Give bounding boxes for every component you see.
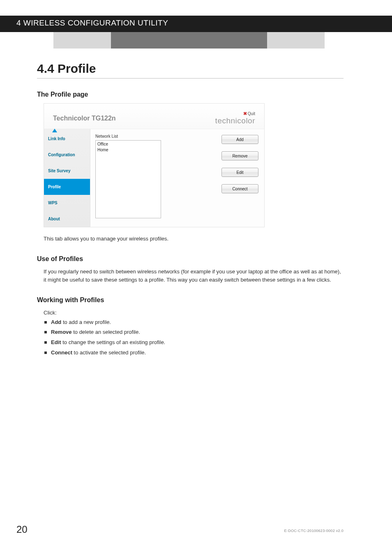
network-list-group: Network List Office Home <box>95 134 221 218</box>
sidebar-item-configuration[interactable]: Configuration <box>44 147 90 163</box>
sidebar-item-wps[interactable]: WPS <box>44 195 90 211</box>
brand-logo: technicolor <box>215 116 255 125</box>
working-intro: Click: <box>44 309 344 317</box>
profile-tab-description: This tab allows you to manage your wirel… <box>44 235 344 243</box>
quit-label: Quit <box>248 111 255 116</box>
chapter-title: 4 WIRELESS CONFIGURATION UTILITY <box>16 18 168 28</box>
document-reference: E-DOC-CTC-20100623-0002 v2.0 <box>284 529 344 533</box>
active-tab-indicator <box>52 129 57 132</box>
section-number: 4.4 <box>37 62 54 75</box>
working-bullets: Add to add a new profile. Remove to dele… <box>44 317 344 358</box>
bullet-bold: Connect <box>51 349 72 356</box>
quit-button[interactable]: ✖Quit <box>215 111 255 116</box>
list-item: Connect to activate the selected profile… <box>44 348 344 358</box>
chapter-header-bar: 4 WIRELESS CONFIGURATION UTILITY <box>0 16 392 32</box>
bullet-rest: to activate the selected profile. <box>72 349 146 356</box>
sidebar-item-link-info[interactable]: Link Info <box>44 131 90 147</box>
bullet-bold: Remove <box>51 329 72 335</box>
subheading-use-of-profiles: Use of Profiles <box>37 255 344 263</box>
list-item: Add to add a new profile. <box>44 317 344 328</box>
list-item: Remove to delete an selected profile. <box>44 327 344 338</box>
bullet-bold: Edit <box>51 339 61 345</box>
remove-button[interactable]: Remove <box>221 151 258 160</box>
sidebar-item-site-survey[interactable]: Site Survey <box>44 163 90 179</box>
connect-button[interactable]: Connect <box>221 184 258 193</box>
utility-brand-block: ✖Quit technicolor <box>215 111 255 125</box>
section-title-text: Profile <box>58 62 96 75</box>
utility-title: Technicolor TG122n <box>53 115 215 122</box>
use-of-profiles-text: If you regularly need to switch between … <box>44 268 344 284</box>
list-item[interactable]: Office <box>97 141 159 147</box>
sidebar-item-about[interactable]: About <box>44 211 90 227</box>
utility-main-panel: Network List Office Home Add Remove Edit… <box>90 129 264 227</box>
sidebar-item-profile[interactable]: Profile <box>44 179 90 195</box>
list-item[interactable]: Home <box>97 147 159 153</box>
bullet-rest: to add a new profile. <box>61 319 111 325</box>
utility-body: Link Info Configuration Site Survey Prof… <box>44 129 264 227</box>
strip-segment <box>111 32 267 49</box>
close-icon: ✖ <box>243 111 247 116</box>
edit-button[interactable]: Edit <box>221 168 258 177</box>
page-number: 20 <box>16 524 28 535</box>
network-list-label: Network List <box>95 134 221 139</box>
list-item: Edit to change the settings of an existi… <box>44 338 344 348</box>
profile-actions: Add Remove Edit Connect <box>221 134 261 193</box>
subheading-working-with-profiles: Working with Profiles <box>37 296 344 304</box>
strip-segment <box>53 32 111 49</box>
bullet-rest: to delete an selected profile. <box>72 329 140 335</box>
strip-segment <box>267 32 325 49</box>
utility-window: Technicolor TG122n ✖Quit technicolor Lin… <box>44 103 265 227</box>
bullet-rest: to change the settings of an existing pr… <box>61 339 166 345</box>
network-list[interactable]: Office Home <box>95 140 161 218</box>
decorative-strip <box>0 32 392 49</box>
utility-titlebar: Technicolor TG122n ✖Quit technicolor <box>44 104 264 129</box>
add-button[interactable]: Add <box>221 135 258 144</box>
section-heading: 4.4 Profile <box>37 62 344 79</box>
bullet-bold: Add <box>51 319 61 325</box>
page-content: 4.4 Profile The Profile page Technicolor… <box>37 62 344 358</box>
subheading-profile-page: The Profile page <box>37 91 344 98</box>
utility-sidebar: Link Info Configuration Site Survey Prof… <box>44 129 90 227</box>
